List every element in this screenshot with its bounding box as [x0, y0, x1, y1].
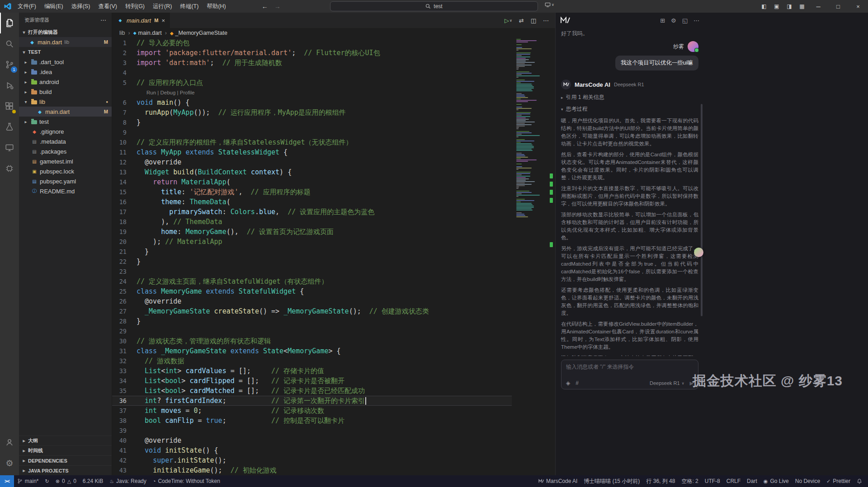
line-number[interactable]: 26	[112, 296, 137, 306]
activity-testing[interactable]	[0, 117, 19, 137]
marscode-status-item[interactable]: MarsCode AI	[535, 475, 580, 487]
reference-toggle[interactable]: ▸ 引用 1 相关信息	[561, 94, 698, 101]
menu-item[interactable]: 编辑(E)	[40, 0, 67, 13]
code-line[interactable]: 25class MemoryGame extends StatefulWidge…	[112, 286, 512, 296]
code-line[interactable]: 43 initializeGame(); // 初始化游戏	[112, 465, 512, 475]
tab-close-icon[interactable]: ×	[161, 17, 165, 24]
tree-item-pubspec.lock[interactable]: ▣pubspec.lock	[19, 166, 112, 176]
menu-item[interactable]: 文件(F)	[14, 0, 40, 13]
line-number[interactable]: 27	[112, 306, 137, 316]
line-number[interactable]: 14	[112, 177, 137, 187]
codelens[interactable]: Run | Debug | Profile	[112, 88, 512, 98]
code-line[interactable]: 35 List<bool> cardMatched = []; // 记录卡片是…	[112, 386, 512, 396]
notifications-bell[interactable]	[854, 475, 865, 487]
code-line[interactable]: 6void main() {	[112, 98, 512, 108]
tree-item-build[interactable]: ▸build	[19, 87, 112, 97]
line-number[interactable]: 22	[112, 257, 137, 267]
line-number[interactable]: 43	[112, 465, 137, 475]
close-button[interactable]: ×	[848, 0, 868, 13]
nav-back-icon[interactable]: ←	[262, 3, 268, 10]
explorer-more-icon[interactable]: ⋯	[100, 17, 106, 23]
tree-item-lib[interactable]: ▾lib●	[19, 97, 112, 107]
menu-item[interactable]: 帮助(H)	[203, 0, 230, 13]
code-line[interactable]: 4	[112, 68, 512, 78]
code-line[interactable]: 18 ), // ThemeData	[112, 217, 512, 227]
line-number[interactable]: 36	[112, 396, 137, 406]
line-number[interactable]: 24	[112, 276, 137, 286]
user-avatar[interactable]	[688, 41, 698, 52]
code-line[interactable]: 8}	[112, 117, 512, 127]
line-number[interactable]: 35	[112, 386, 137, 396]
line-number[interactable]: 33	[112, 366, 137, 376]
line-number[interactable]: 6	[112, 98, 137, 108]
expand-panel-icon[interactable]: ◱	[682, 17, 688, 24]
code-line[interactable]: 30// 游戏状态类，管理游戏的所有状态和逻辑	[112, 336, 512, 346]
line-number[interactable]: 10	[112, 137, 137, 147]
tree-item-main.dart[interactable]: ◆main.dartM	[19, 107, 112, 117]
activity-source-control[interactable]: 1	[0, 54, 19, 75]
line-number[interactable]: 32	[112, 356, 137, 366]
code-line[interactable]: 42 super.initState();	[112, 455, 512, 465]
new-chat-icon[interactable]: ⊞	[660, 17, 665, 24]
code-line[interactable]: 41 void initState() {	[112, 445, 512, 455]
menu-item[interactable]: 终端(T)	[176, 0, 203, 13]
code-line[interactable]: 24// 定义游戏主页面，继承自StatefulWidget（有状态组件）	[112, 276, 512, 286]
panel-more-icon[interactable]: ⋯	[693, 17, 699, 24]
code-editor[interactable]: 1// 导入必要的包2import 'package:flutter/mater…	[112, 38, 555, 475]
breadcrumb-folder[interactable]: lib	[119, 30, 125, 36]
line-number[interactable]: 30	[112, 336, 137, 346]
menu-item[interactable]: 运行(R)	[149, 0, 176, 13]
cursor-position-item[interactable]: 行 36, 列 48	[643, 475, 678, 487]
line-number[interactable]: 2	[112, 48, 137, 58]
line-number[interactable]: 1	[112, 38, 137, 48]
file-size-item[interactable]: 6.24 KiB	[80, 475, 106, 487]
line-number[interactable]: 16	[112, 197, 137, 207]
menu-item[interactable]: 转到(G)	[121, 0, 149, 13]
code-line[interactable]: 32 // 游戏数据	[112, 356, 512, 366]
sidebar-section-dependencies[interactable]: ▸DEPENDENCIES	[19, 455, 112, 465]
tree-item-.idea[interactable]: ▸.idea	[19, 67, 112, 77]
go-live-item[interactable]: ◉Go Live	[760, 475, 792, 487]
line-number[interactable]: 29	[112, 326, 137, 336]
chat-input-box[interactable]: ◈ # Deepseek R1∨ ▶	[561, 360, 698, 389]
problems-item[interactable]: ⊗0 △0	[52, 475, 80, 487]
customize-layout-icon[interactable]: ▦	[796, 3, 808, 9]
line-number[interactable]: 38	[112, 416, 137, 426]
language-mode-item[interactable]: Dart	[744, 475, 760, 487]
code-line[interactable]: 9	[112, 127, 512, 137]
toggle-sidebar-icon[interactable]: ◧	[758, 3, 770, 9]
maximize-button[interactable]: □	[828, 0, 848, 13]
line-number[interactable]: 4	[112, 68, 137, 78]
settings-button[interactable]: ⚙	[0, 453, 19, 473]
code-line[interactable]: 14 return MaterialApp(	[112, 177, 512, 187]
code-line[interactable]: 1// 导入必要的包	[112, 38, 512, 48]
git-blame-item[interactable]: 博士喵喵喵 (15 小时前)	[580, 475, 643, 487]
code-line[interactable]: 17 primarySwatch: Colors.blue, // 设置应用的主…	[112, 207, 512, 217]
line-number[interactable]: 37	[112, 406, 137, 416]
line-number[interactable]: 40	[112, 435, 137, 445]
chat-scrollbar[interactable]	[701, 104, 703, 316]
line-number[interactable]: 23	[112, 267, 137, 276]
line-number[interactable]: 3	[112, 58, 137, 68]
line-number[interactable]: 11	[112, 147, 137, 157]
code-line[interactable]: 28}	[112, 316, 512, 326]
code-line[interactable]: 21 }	[112, 247, 512, 257]
code-line[interactable]: 3import 'dart:math'; // 用于生成随机数	[112, 58, 512, 68]
context-hash-icon[interactable]: #	[576, 380, 579, 386]
sync-button[interactable]: ↻	[42, 475, 52, 487]
line-number[interactable]: 42	[112, 455, 137, 465]
code-line[interactable]: 34 List<bool> cardFlipped = []; // 记录卡片是…	[112, 376, 512, 386]
tree-item-.packages[interactable]: ▤.packages	[19, 146, 112, 156]
activity-device-manager[interactable]	[0, 158, 19, 179]
code-line[interactable]: 36 int? firstCardIndex; // 记录第一次翻开的卡片索引	[112, 396, 512, 406]
device-item[interactable]: No Device	[792, 475, 823, 487]
line-number[interactable]: 41	[112, 445, 137, 455]
model-selector[interactable]: Deepseek R1∨	[650, 380, 684, 386]
prettier-item[interactable]: ✓Prettier	[823, 475, 854, 487]
code-line[interactable]: 39	[112, 426, 512, 435]
code-line[interactable]: 37 int moves = 0; // 记录移动次数	[112, 406, 512, 416]
codetime-item[interactable]: ◔CodeTime: Without Token	[150, 475, 223, 487]
open-editors-section[interactable]: ▾ 打开的编辑器	[19, 27, 112, 37]
sidebar-section-java-projects[interactable]: ▸JAVA PROJECTS	[19, 465, 112, 475]
settings-gear-icon[interactable]: ⚙	[671, 17, 676, 24]
